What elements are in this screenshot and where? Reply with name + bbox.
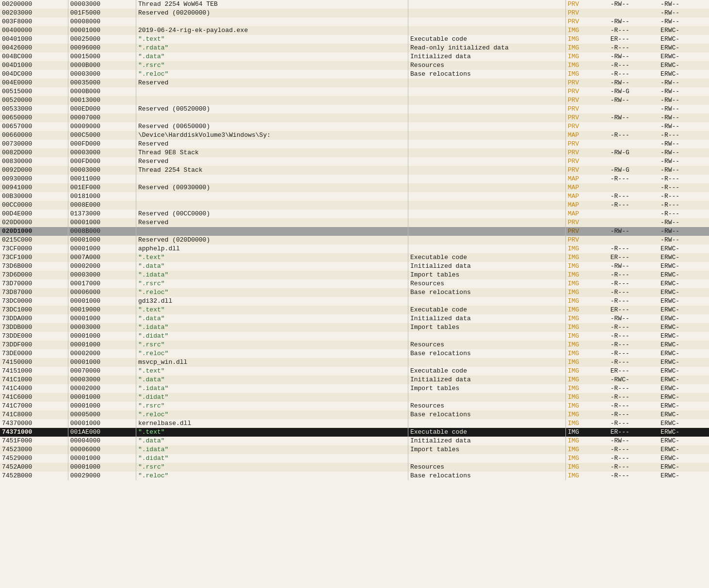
size-cell: 000FD000 <box>68 157 136 166</box>
table-row[interactable]: 73DE0000 00002000 ".reloc" Base relocati… <box>0 349 709 358</box>
table-row[interactable]: 00B30000 00181000 MAP -R--- -R--- <box>0 192 709 201</box>
table-row[interactable]: 73DC1000 00019000 ".text" Executable cod… <box>0 306 709 314</box>
table-row[interactable]: 004DC000 00003000 ".reloc" Base relocati… <box>0 70 709 79</box>
table-row[interactable]: 004BC000 00015000 ".data" Initialized da… <box>0 52 709 61</box>
info-cell: ".text" <box>136 253 408 262</box>
init-cell: ERWC- <box>659 358 709 367</box>
table-row[interactable]: 004D1000 0000B000 ".rsrc" Resources IMG … <box>0 61 709 70</box>
table-row[interactable]: 74371000 001AE000 ".text" Executable cod… <box>0 428 709 437</box>
table-row[interactable]: 73DC0000 00001000 gdi32.dll IMG -R--- ER… <box>0 297 709 306</box>
type-cell: PRV <box>565 148 609 157</box>
access-cell: -RW-G <box>609 87 659 96</box>
table-row[interactable]: 00203000 001F5000 Reserved (00200000) PR… <box>0 9 709 17</box>
type-cell: IMG <box>565 288 609 297</box>
table-row[interactable]: 74523000 00006000 ".idata" Import tables… <box>0 445 709 454</box>
table-row[interactable]: 00657000 00009000 Reserved (00650000) PR… <box>0 122 709 131</box>
table-row[interactable]: 00D4E000 01373000 Reserved (00CC0000) MA… <box>0 210 709 218</box>
table-row[interactable]: 73D6D000 00003000 ".idata" Import tables… <box>0 271 709 279</box>
init-cell: -R--- <box>659 131 709 140</box>
type-cell: IMG <box>565 26 609 35</box>
init-cell: ERWC- <box>659 472 709 480</box>
type-cell: IMG <box>565 245 609 253</box>
info-cell: Reserved (00200000) <box>136 9 408 17</box>
table-row[interactable]: 741C7000 00001000 ".rsrc" Resources IMG … <box>0 402 709 410</box>
size-cell: 00003000 <box>68 166 136 175</box>
table-row[interactable]: 00401000 00025000 ".text" Executable cod… <box>0 35 709 44</box>
access-cell: -R--- <box>609 332 659 341</box>
table-row[interactable]: 00400000 00001000 2019-06-24-rig-ek-payl… <box>0 26 709 35</box>
table-row[interactable]: 00200000 00003000 Thread 2254 WoW64 TEB … <box>0 0 709 9</box>
table-row[interactable]: 00830000 000FD000 Reserved PRV -RW-- <box>0 157 709 166</box>
table-row[interactable]: 73DDB000 00003000 ".idata" Import tables… <box>0 323 709 332</box>
address-cell: 0092D000 <box>0 166 68 175</box>
init-cell: -RW-- <box>659 114 709 122</box>
content-cell <box>408 17 565 26</box>
info-cell: ".idata" <box>136 384 408 393</box>
size-cell: 00001000 <box>68 463 136 472</box>
table-row[interactable]: 73D87000 00006000 ".reloc" Base relocati… <box>0 288 709 297</box>
table-row[interactable]: 0092D000 00003000 Thread 2254 Stack PRV … <box>0 166 709 175</box>
table-row[interactable]: 00520000 00013000 PRV -RW-- -RW-- <box>0 96 709 105</box>
table-row[interactable]: 73CF0000 00001000 apphelp.dll IMG -R--- … <box>0 245 709 253</box>
table-row[interactable]: 0082D000 00003000 Thread 9E8 Stack PRV -… <box>0 148 709 157</box>
info-cell: Reserved (00520000) <box>136 105 408 114</box>
table-row[interactable]: 73D70000 00017000 ".rsrc" Resources IMG … <box>0 279 709 288</box>
table-row[interactable]: 0215C000 00001000 Reserved (020D0000) PR… <box>0 236 709 245</box>
init-cell: -RW-- <box>659 140 709 148</box>
table-row[interactable]: 7451F000 00004000 ".data" Initialized da… <box>0 437 709 445</box>
table-row[interactable]: 003F8000 00008000 PRV -RW-- -RW-- <box>0 17 709 26</box>
init-cell: ERWC- <box>659 410 709 419</box>
type-cell: IMG <box>565 376 609 384</box>
table-row[interactable]: 73CF1000 0007A000 ".text" Executable cod… <box>0 253 709 262</box>
table-row[interactable]: 020D1000 0008B000 PRV -RW-- -RW-- <box>0 227 709 236</box>
table-row[interactable]: 020D0000 00001000 Reserved PRV -RW-- <box>0 218 709 227</box>
access-cell <box>609 210 659 218</box>
table-row[interactable]: 74529000 00001000 ".didat" IMG -R--- ERW… <box>0 454 709 463</box>
table-row[interactable]: 73DDF000 00001000 ".rsrc" Resources IMG … <box>0 341 709 349</box>
table-row[interactable]: 74150000 00001000 msvcp_win.dll IMG -R--… <box>0 358 709 367</box>
table-row[interactable]: 741C8000 00005000 ".reloc" Base relocati… <box>0 410 709 419</box>
table-row[interactable]: 004E0000 00035000 Reserved PRV -RW-- -RW… <box>0 79 709 87</box>
size-cell: 0008E000 <box>68 201 136 210</box>
size-cell: 00001000 <box>68 402 136 410</box>
content-cell <box>408 358 565 367</box>
info-cell: ".data" <box>136 314 408 323</box>
init-cell: ERWC- <box>659 35 709 44</box>
size-cell: 00003000 <box>68 70 136 79</box>
table-row[interactable]: 00650000 00007000 PRV -RW-- -RW-- <box>0 114 709 122</box>
table-row[interactable]: 741C4000 00002000 ".idata" Import tables… <box>0 384 709 393</box>
table-row[interactable]: 00930000 00011000 MAP -R--- -R--- <box>0 175 709 183</box>
table-row[interactable]: 00533000 000ED000 Reserved (00520000) PR… <box>0 105 709 114</box>
table-row[interactable]: 7452B000 00029000 ".reloc" Base relocati… <box>0 472 709 480</box>
size-cell: 00001000 <box>68 419 136 428</box>
address-cell: 74151000 <box>0 367 68 376</box>
info-cell: Reserved <box>136 79 408 87</box>
size-cell: 00001000 <box>68 245 136 253</box>
table-row[interactable]: 73DDE000 00001000 ".didat" IMG -R--- ERW… <box>0 332 709 341</box>
table-row[interactable]: 741C6000 00001000 ".didat" IMG -R--- ERW… <box>0 393 709 402</box>
address-cell: 00660000 <box>0 131 68 140</box>
table-row[interactable]: 7452A000 00001000 ".rsrc" Resources IMG … <box>0 463 709 472</box>
address-cell: 73D6D000 <box>0 271 68 279</box>
table-row[interactable]: 00941000 001EF000 Reserved (00930000) MA… <box>0 183 709 192</box>
address-cell: 741C6000 <box>0 393 68 402</box>
table-row[interactable]: 00660000 000C5000 \Device\HarddiskVolume… <box>0 131 709 140</box>
init-cell: -RW-- <box>659 9 709 17</box>
table-row[interactable]: 00426000 00096000 ".rdata" Read-only ini… <box>0 44 709 52</box>
size-cell: 00017000 <box>68 279 136 288</box>
table-row[interactable]: 74151000 00070000 ".text" Executable cod… <box>0 367 709 376</box>
address-cell: 741C7000 <box>0 402 68 410</box>
address-cell: 00400000 <box>0 26 68 35</box>
info-cell: ".reloc" <box>136 472 408 480</box>
table-row[interactable]: 00515000 0000B000 PRV -RW-G -RW-- <box>0 87 709 96</box>
table-row[interactable]: 741C1000 00003000 ".data" Initialized da… <box>0 376 709 384</box>
table-row[interactable]: 00CC0000 0008E000 MAP -R--- -R--- <box>0 201 709 210</box>
table-row[interactable]: 74370000 00001000 kernelbase.dll IMG -R-… <box>0 419 709 428</box>
content-cell <box>408 122 565 131</box>
access-cell: -RW-G <box>609 148 659 157</box>
content-cell: Import tables <box>408 323 565 332</box>
table-row[interactable]: 00730000 000FD000 Reserved PRV -RW-- <box>0 140 709 148</box>
table-row[interactable]: 73DDA000 00001000 ".data" Initialized da… <box>0 314 709 323</box>
memory-map-container: 00200000 00003000 Thread 2254 WoW64 TEB … <box>0 0 709 588</box>
table-row[interactable]: 73D6B000 00002000 ".data" Initialized da… <box>0 262 709 271</box>
